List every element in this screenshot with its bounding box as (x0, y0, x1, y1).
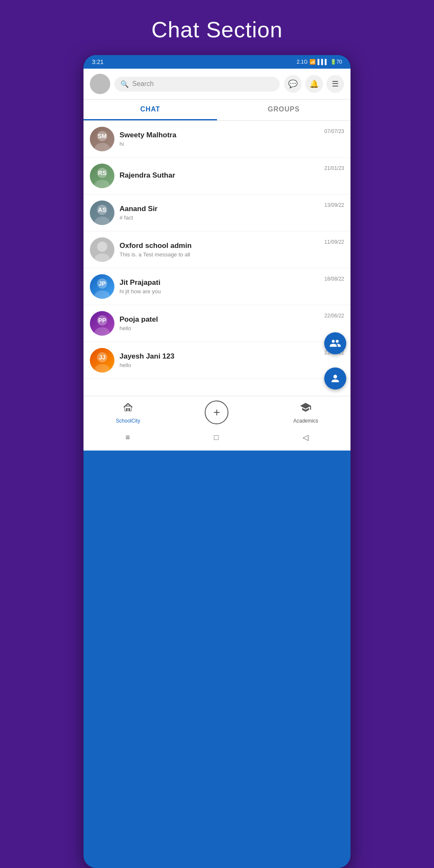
avatar-jit: JP (90, 274, 114, 299)
chat-item[interactable]: JP Jit Prajapati hi jit how are you 18/0… (83, 268, 351, 305)
svg-rect-20 (126, 405, 127, 407)
android-menu-btn[interactable]: ≡ (125, 433, 130, 442)
chat-info-aanand: Aanand Sir # fact (120, 205, 319, 221)
menu-icon: ☰ (332, 79, 339, 89)
svg-point-10 (95, 253, 110, 262)
network-indicator: 2.1G (297, 59, 308, 65)
search-bar[interactable]: 🔍 Search (114, 77, 280, 92)
chat-preview: This is. a Test message to all (120, 251, 319, 258)
svg-text:SM: SM (98, 133, 107, 139)
wifi-icon: 📶 (309, 59, 316, 65)
chat-name: Aanand Sir (120, 205, 319, 213)
svg-text:AS: AS (98, 206, 106, 213)
chat-date: 22/06/22 (324, 313, 344, 319)
chat-preview: hello (120, 325, 319, 331)
android-home-btn[interactable]: □ (214, 433, 219, 442)
status-bar: 3:21 2.1G 📶 ▌▌▌ 🔋70 (83, 55, 351, 69)
chat-item[interactable]: AS Aanand Sir # fact 13/09/22 (83, 195, 351, 231)
svg-point-9 (97, 242, 107, 252)
chat-item[interactable]: SM Sweety Malhotra hi 07/07/23 (83, 121, 351, 158)
status-icons: 2.1G 📶 ▌▌▌ 🔋70 (297, 59, 342, 65)
chat-item[interactable]: PP Pooja patel hello 22/06/22 (83, 305, 351, 342)
chat-date: 07/07/23 (324, 128, 344, 134)
top-icons: 💬 🔔 ☰ (284, 75, 344, 93)
chat-name: Oxford school admin (120, 242, 319, 250)
bottom-nav-academics[interactable]: Academics (293, 401, 318, 424)
svg-point-7 (95, 217, 110, 225)
svg-point-15 (95, 327, 110, 336)
chat-preview: hi (120, 141, 319, 147)
avatar-sweety: SM (90, 127, 114, 151)
tab-groups[interactable]: GROUPS (217, 100, 351, 120)
fab-person-btn[interactable] (324, 367, 346, 389)
academics-icon (300, 401, 312, 416)
add-button[interactable]: + (205, 401, 228, 424)
chat-list: SM Sweety Malhotra hi 07/07/23 (83, 121, 351, 379)
tabs-bar: CHAT GROUPS (83, 100, 351, 121)
chat-item[interactable]: RS Rajendra Suthar 21/01/23 (83, 158, 351, 195)
android-back-btn[interactable]: ◁ (303, 433, 309, 442)
menu-icon-btn[interactable]: ☰ (326, 75, 344, 93)
svg-point-12 (95, 290, 110, 299)
avatar-pooja: PP (90, 311, 114, 336)
avatar-rajendra: RS (90, 164, 114, 188)
chat-preview: # fact (120, 214, 319, 221)
chat-preview: hello (120, 362, 319, 368)
avatar-aanand: AS (90, 200, 114, 225)
chat-item[interactable]: JJ Jayesh Jani 123 hello 22/06/22 (83, 342, 351, 379)
svg-rect-21 (128, 405, 129, 407)
svg-text:PP: PP (98, 317, 106, 324)
bottom-nav-schoolcity[interactable]: SchoolCity (116, 401, 140, 424)
avatar-oxford (90, 237, 114, 262)
chat-info-jit: Jit Prajapati hi jit how are you (120, 278, 319, 295)
battery-icon: 🔋70 (330, 59, 342, 65)
user-avatar[interactable] (90, 74, 110, 94)
avatar-jayesh: JJ (90, 348, 114, 373)
schoolcity-icon (122, 401, 134, 416)
android-nav: ≡ □ ◁ (83, 428, 351, 451)
chat-info-jayesh: Jayesh Jani 123 hello (120, 352, 319, 368)
chat-info-rajendra: Rajendra Suthar (120, 171, 319, 181)
message-icon: 💬 (288, 79, 298, 89)
phone-content: 🔍 Search 💬 🔔 ☰ CH (83, 69, 351, 451)
chat-name: Rajendra Suthar (120, 171, 319, 180)
page-title: Chat Section (151, 17, 283, 42)
outer-wrapper: Chat Section 3:21 2.1G 📶 ▌▌▌ 🔋70 🔍 Searc… (0, 0, 434, 868)
phone-frame: 3:21 2.1G 📶 ▌▌▌ 🔋70 🔍 Search 💬 (83, 55, 351, 868)
chat-item[interactable]: Oxford school admin This is. a Test mess… (83, 231, 351, 268)
chat-date: 13/09/22 (324, 202, 344, 208)
svg-point-1 (95, 143, 110, 151)
chat-date: 21/01/23 (324, 165, 344, 171)
svg-text:JJ: JJ (99, 354, 106, 361)
message-icon-btn[interactable]: 💬 (284, 75, 302, 93)
fab-group-btn[interactable] (324, 332, 346, 354)
search-icon: 🔍 (120, 80, 129, 88)
chat-info-sweety: Sweety Malhotra hi (120, 131, 319, 147)
svg-text:JP: JP (98, 280, 106, 287)
status-time: 3:21 (92, 58, 103, 65)
svg-point-18 (95, 364, 110, 373)
chat-preview: hi jit how are you (120, 288, 319, 295)
signal-bars: ▌▌▌ (317, 59, 328, 65)
search-placeholder-text: Search (132, 80, 154, 88)
tab-chat[interactable]: CHAT (83, 100, 217, 120)
schoolcity-label: SchoolCity (116, 418, 140, 424)
chat-name: Pooja patel (120, 315, 319, 324)
svg-point-4 (95, 180, 110, 188)
bottom-nav: SchoolCity + Academics (83, 396, 351, 428)
chat-name: Sweety Malhotra (120, 131, 319, 139)
chat-info-pooja: Pooja patel hello (120, 315, 319, 331)
bell-icon: 🔔 (309, 79, 319, 89)
top-bar: 🔍 Search 💬 🔔 ☰ (83, 69, 351, 100)
bell-icon-btn[interactable]: 🔔 (305, 75, 323, 93)
chat-info-oxford: Oxford school admin This is. a Test mess… (120, 242, 319, 258)
chat-date: 18/08/22 (324, 276, 344, 282)
chat-date: 11/09/22 (324, 239, 344, 245)
svg-text:RS: RS (98, 170, 106, 176)
chat-name: Jit Prajapati (120, 278, 319, 287)
chat-name: Jayesh Jani 123 (120, 352, 319, 361)
academics-label: Academics (293, 418, 318, 424)
